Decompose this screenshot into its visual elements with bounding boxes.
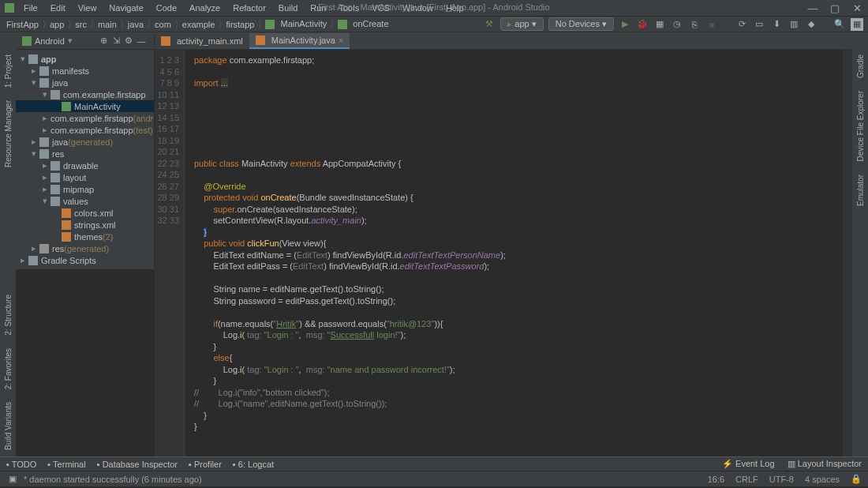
tree-Gradle Scripts[interactable]: ▸Gradle Scripts [16, 254, 154, 266]
tree-colors.xml[interactable]: colors.xml [16, 207, 154, 219]
stop-icon[interactable]: ■ [705, 18, 718, 31]
rail-build-variants[interactable]: Build Variants [2, 396, 14, 456]
project-view-selector[interactable]: Android ▾ ⊕ ⇲ ⚙ — [16, 35, 155, 47]
breadcrumb-mainactivity[interactable]: MainActivity [264, 19, 328, 29]
maximize-button[interactable]: ▢ [824, 0, 846, 17]
bottom-tools-right: ⚡ Event Log ▥ Layout Inspector [722, 459, 862, 469]
editor: activity_main.xmlMainActivity.java × 1 2… [155, 32, 852, 456]
left-rail-bottom: 2: Structure2: FavoritesBuild Variants [2, 288, 14, 456]
layout-icon[interactable]: ▦ [851, 18, 863, 31]
main-area: 1: ProjectResource Manager 2: Structure2… [0, 32, 868, 456]
status-utf-8[interactable]: UTF-8 [769, 475, 794, 484]
tree-themes[interactable]: themes (2) [16, 231, 154, 242]
rail-emulator[interactable]: Emulator [855, 168, 866, 212]
status-4-spaces[interactable]: 4 spaces [805, 475, 840, 484]
tool-window-toggle[interactable]: ▣ [6, 473, 19, 486]
bottom-terminal[interactable]: ▪ Terminal [47, 460, 85, 469]
minimize-button[interactable]: — [802, 0, 824, 17]
sdk-icon[interactable]: ⬇ [770, 18, 783, 31]
close-tab-icon[interactable]: × [339, 36, 343, 45]
profile-icon[interactable]: ◷ [671, 18, 683, 31]
rail-1-project[interactable]: 1: Project [2, 48, 14, 94]
left-tool-rail: 1: ProjectResource Manager 2: Structure2… [0, 32, 16, 456]
coverage-icon[interactable]: ▦ [653, 18, 666, 31]
rail-device-file-explorer[interactable]: Device File Explorer [855, 84, 866, 167]
lock-icon[interactable]: 🔒 [851, 474, 862, 484]
tree-values[interactable]: ▾values [16, 195, 154, 207]
tree-drawable[interactable]: ▸drawable [16, 160, 154, 171]
device-selector[interactable]: No Devices ▾ [548, 17, 614, 31]
window-buttons: — ▢ ✕ [802, 0, 868, 17]
target-icon[interactable]: ⊕ [97, 35, 110, 47]
tree-app[interactable]: ▾app [16, 53, 154, 65]
status-crlf[interactable]: CRLF [735, 475, 758, 484]
breadcrumbs: FirstApp⟩app⟩src⟩main⟩java⟩com⟩example⟩f… [5, 19, 391, 29]
tab-MainActivity.java[interactable]: MainActivity.java × [249, 33, 350, 49]
rail-gradle[interactable]: Gradle [855, 48, 866, 84]
attach-icon[interactable]: ⎘ [688, 18, 701, 31]
tree-MainActivity[interactable]: MainActivity [16, 100, 154, 112]
tree-java[interactable]: ▸java (generated) [16, 136, 154, 148]
hide-icon[interactable]: — [135, 35, 148, 47]
debug-icon[interactable]: 🐞 [636, 18, 649, 31]
project-tree[interactable]: ▾app▸manifests▾java▾com.example.firstapp… [16, 50, 155, 269]
breadcrumb-example[interactable]: example [181, 20, 217, 29]
project-view-label: Android [35, 36, 65, 46]
rail-2-structure[interactable]: 2: Structure [2, 288, 14, 342]
menu-build[interactable]: Build [272, 1, 304, 15]
file-icon [161, 36, 170, 46]
tool5-icon[interactable]: ◆ [805, 18, 817, 31]
breadcrumb-firstapp[interactable]: FirstApp [5, 20, 40, 29]
close-button[interactable]: ✕ [846, 0, 868, 17]
gear-icon[interactable]: ⚙ [122, 35, 135, 47]
breadcrumb-firstapp[interactable]: firstapp [224, 20, 256, 29]
source-code[interactable]: package com.example.firstapp; import ...… [185, 50, 843, 456]
status-16-6[interactable]: 16:6 [708, 475, 724, 484]
run-icon[interactable]: ▶ [619, 18, 631, 31]
tree-manifests[interactable]: ▸manifests [16, 65, 154, 77]
event-log-tab[interactable]: ⚡ Event Log [722, 459, 775, 469]
tree-res[interactable]: ▸res (generated) [16, 242, 154, 254]
tree-com.example.firstapp[interactable]: ▸com.example.firstapp (androidTest) [16, 112, 154, 124]
collapse-icon[interactable]: ⇲ [110, 35, 122, 47]
bottom-todo[interactable]: ▪ TODO [6, 460, 36, 469]
android-icon [22, 36, 32, 46]
menu-code[interactable]: Code [150, 1, 183, 15]
run-config-selector[interactable]: ▸ app ▾ [500, 17, 543, 31]
bottom-profiler[interactable]: ▪ Profiler [189, 460, 222, 469]
project-toolbar: Android ▾ ⊕ ⇲ ⚙ — [16, 32, 155, 50]
menu-file[interactable]: File [17, 1, 44, 15]
tree-layout[interactable]: ▸layout [16, 171, 154, 183]
breadcrumb-java[interactable]: java [126, 20, 145, 29]
tab-activity_main.xml[interactable]: activity_main.xml [155, 34, 249, 48]
code-area[interactable]: 1 2 3 4 5 6 7 8 9 10 11 12 13 14 15 16 1… [155, 50, 852, 456]
tree-java[interactable]: ▾java [16, 77, 154, 88]
breadcrumb-main[interactable]: main [96, 20, 118, 29]
menu-navigate[interactable]: Navigate [103, 1, 149, 15]
bottom-6-logcat[interactable]: ▪ 6: Logcat [233, 460, 274, 469]
sync-icon[interactable]: ⟳ [735, 18, 748, 31]
menu-analyze[interactable]: Analyze [183, 1, 226, 15]
menu-edit[interactable]: Edit [44, 1, 72, 15]
breadcrumb-com[interactable]: com [153, 20, 173, 29]
status-message: * daemon started successfully (6 minutes… [24, 475, 202, 484]
rail-2-favorites[interactable]: 2: Favorites [2, 342, 14, 396]
hammer-icon[interactable]: ⚒ [483, 18, 496, 31]
tool4-icon[interactable]: ▥ [788, 18, 800, 31]
tree-res[interactable]: ▾res [16, 148, 154, 160]
breadcrumb-oncreate[interactable]: onCreate [336, 19, 390, 29]
tree-strings.xml[interactable]: strings.xml [16, 219, 154, 231]
search-icon[interactable]: 🔍 [833, 18, 846, 31]
tree-com.example.firstapp[interactable]: ▾com.example.firstapp [16, 88, 154, 100]
bottom-database-inspector[interactable]: ▪ Database Inspector [97, 460, 178, 469]
menu-view[interactable]: View [72, 1, 103, 15]
avd-icon[interactable]: ▭ [753, 18, 765, 31]
bottom-tools-left: ▪ TODO▪ Terminal▪ Database Inspector▪ Pr… [6, 460, 274, 469]
tree-mipmap[interactable]: ▸mipmap [16, 183, 154, 195]
breadcrumb-src[interactable]: src [73, 20, 88, 29]
rail-resource-manager[interactable]: Resource Manager [2, 94, 14, 174]
tree-com.example.firstapp[interactable]: ▸com.example.firstapp (test) [16, 124, 154, 136]
breadcrumb-app[interactable]: app [48, 20, 65, 29]
menu-refactor[interactable]: Refactor [226, 1, 272, 15]
layout-inspector-tab[interactable]: ▥ Layout Inspector [788, 459, 862, 469]
